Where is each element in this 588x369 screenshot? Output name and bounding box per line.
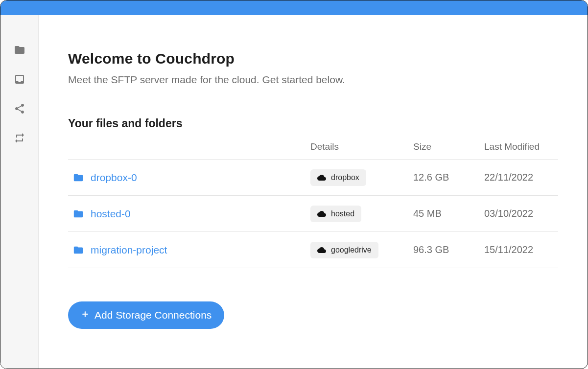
table-row[interactable]: hosted-0 hosted 45 MB 03/10/2022 [68,196,558,232]
cloud-icon [317,247,326,254]
name-cell: hosted-0 [68,208,310,220]
col-size: Size [413,141,484,152]
folder-icon[interactable] [13,44,26,56]
main-content: Welcome to Couchdrop Meet the SFTP serve… [39,15,588,369]
provider-chip: googledrive [310,242,378,258]
cloud-icon [317,210,326,217]
transfer-icon[interactable] [13,132,26,144]
folder-icon [73,172,84,183]
size-cell: 45 MB [413,208,484,219]
folder-icon [73,245,84,255]
provider-chip: hosted [310,206,361,222]
provider-label: hosted [331,209,354,218]
name-cell: migration-project [68,244,310,256]
inbox-icon[interactable] [13,73,26,86]
details-cell: hosted [310,206,413,222]
table-row[interactable]: dropbox-0 dropbox 12.6 GB 22/11/2022 [68,160,558,196]
provider-label: dropbox [331,173,359,182]
row-name-link[interactable]: dropbox-0 [91,172,137,184]
size-cell: 12.6 GB [413,172,484,183]
section-title: Your files and folders [68,117,558,130]
provider-chip: dropbox [310,169,366,186]
add-storage-button[interactable]: Add Storage Connections [68,301,224,329]
col-details: Details [310,141,413,152]
size-cell: 96.3 GB [413,244,484,255]
details-cell: googledrive [310,242,413,258]
modified-cell: 03/10/2022 [484,208,558,219]
row-name-link[interactable]: hosted-0 [91,208,131,220]
col-modified: Last Modified [484,141,558,152]
body-area: Welcome to Couchdrop Meet the SFTP serve… [0,15,588,369]
titlebar [0,0,588,15]
details-cell: dropbox [310,169,413,186]
table-header-row: Details Size Last Modified [68,134,558,160]
app-window: Welcome to Couchdrop Meet the SFTP serve… [0,0,588,369]
name-cell: dropbox-0 [68,172,310,184]
modified-cell: 15/11/2022 [484,244,558,255]
page-title: Welcome to Couchdrop [68,50,558,67]
row-name-link[interactable]: migration-project [91,244,167,256]
folder-icon [73,208,84,219]
cloud-icon [317,174,326,181]
add-storage-label: Add Storage Connections [94,309,212,321]
modified-cell: 22/11/2022 [484,172,558,183]
sidebar [0,15,39,369]
plus-icon [81,309,90,321]
files-table: Details Size Last Modified dropbox-0 [68,134,558,268]
share-icon[interactable] [13,102,26,115]
page-subtitle: Meet the SFTP server made for the cloud.… [68,74,558,86]
table-row[interactable]: migration-project googledrive 96.3 GB 15… [68,232,558,268]
provider-label: googledrive [331,246,372,254]
